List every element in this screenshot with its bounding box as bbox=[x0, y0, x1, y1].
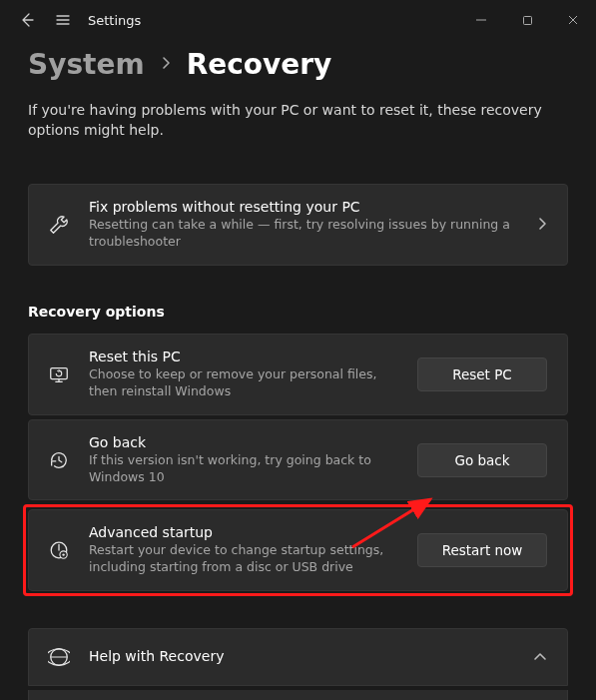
hamburger-icon bbox=[55, 12, 71, 28]
go-back-card: Go back If this version isn't working, t… bbox=[28, 419, 568, 501]
highlight-annotation: Advanced startup Restart your device to … bbox=[23, 504, 573, 596]
pc-reset-icon bbox=[47, 362, 71, 386]
breadcrumb-system[interactable]: System bbox=[28, 48, 145, 81]
help-with-recovery-card[interactable]: Help with Recovery bbox=[28, 628, 568, 686]
fix-problems-card[interactable]: Fix problems without resetting your PC R… bbox=[28, 184, 568, 266]
wrench-icon bbox=[47, 213, 71, 237]
goback-sub: If this version isn't working, try going… bbox=[89, 452, 405, 486]
chevron-right-icon bbox=[161, 56, 171, 73]
help-link-item[interactable]: Creating a recovery drive bbox=[28, 690, 568, 700]
reset-pc-card: Reset this PC Choose to keep or remove y… bbox=[28, 334, 568, 415]
reset-pc-button[interactable]: Reset PC bbox=[417, 357, 547, 391]
window-controls bbox=[458, 4, 596, 36]
titlebar: Settings bbox=[0, 0, 596, 40]
advanced-startup-card: Advanced startup Restart your device to … bbox=[28, 509, 568, 591]
goback-title: Go back bbox=[89, 434, 405, 450]
close-button[interactable] bbox=[550, 4, 596, 36]
chevron-up-icon bbox=[533, 649, 547, 665]
power-gear-icon bbox=[47, 538, 71, 562]
minimize-icon bbox=[475, 14, 487, 26]
reset-sub: Choose to keep or remove your personal f… bbox=[89, 366, 405, 400]
back-button[interactable] bbox=[12, 5, 42, 35]
globe-help-icon bbox=[47, 645, 71, 669]
minimize-button[interactable] bbox=[458, 4, 504, 36]
window-title: Settings bbox=[88, 13, 141, 28]
go-back-button[interactable]: Go back bbox=[417, 443, 547, 477]
svg-rect-0 bbox=[523, 16, 531, 24]
restart-now-button[interactable]: Restart now bbox=[417, 533, 547, 567]
help-title: Help with Recovery bbox=[89, 648, 521, 664]
fix-title: Fix problems without resetting your PC bbox=[89, 199, 525, 215]
chevron-right-icon bbox=[537, 217, 547, 234]
back-arrow-icon bbox=[19, 12, 35, 28]
history-icon bbox=[47, 448, 71, 472]
page-content: System Recovery If you're having problem… bbox=[0, 40, 596, 700]
breadcrumb-current: Recovery bbox=[187, 48, 332, 81]
close-icon bbox=[567, 14, 579, 26]
svg-point-4 bbox=[62, 554, 64, 556]
advanced-sub: Restart your device to change startup se… bbox=[89, 542, 405, 576]
advanced-title: Advanced startup bbox=[89, 524, 405, 540]
fix-sub: Resetting can take a while — first, try … bbox=[89, 217, 525, 251]
intro-text: If you're having problems with your PC o… bbox=[28, 101, 568, 140]
breadcrumb: System Recovery bbox=[28, 48, 568, 81]
maximize-button[interactable] bbox=[504, 4, 550, 36]
reset-title: Reset this PC bbox=[89, 349, 405, 364]
maximize-icon bbox=[522, 15, 533, 26]
menu-button[interactable] bbox=[48, 5, 78, 35]
recovery-options-header: Recovery options bbox=[28, 304, 568, 320]
